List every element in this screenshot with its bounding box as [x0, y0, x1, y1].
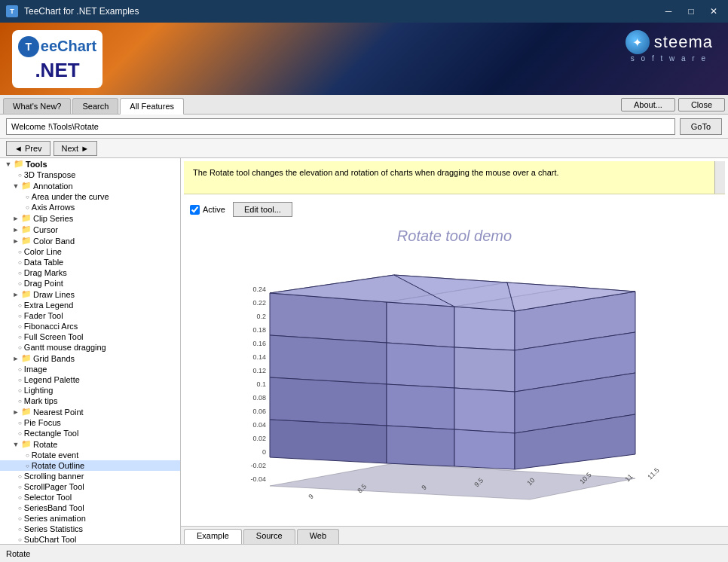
- active-checkbox[interactable]: [190, 205, 200, 215]
- leaf-icon: ○: [18, 366, 22, 373]
- logo: T eeChart . NET: [12, 30, 102, 88]
- window-close-button[interactable]: ✕: [705, 3, 722, 20]
- drawlines-folder-icon: 📁: [21, 289, 32, 299]
- svg-marker-21: [454, 307, 515, 350]
- sidebar-item-3d-transpose[interactable]: ○ 3D Transpose: [0, 170, 180, 180]
- sidebar-item-full-screen-tool[interactable]: ○ Full Screen Tool: [0, 331, 180, 342]
- sidebar-item-draw-lines[interactable]: ► 📁 Draw Lines: [0, 289, 180, 300]
- sidebar-item-rotate-event[interactable]: ○ Rotate event: [0, 450, 180, 460]
- nav-path-input[interactable]: [6, 118, 675, 135]
- sidebar-item-legend-palette[interactable]: ○ Legend Palette: [0, 374, 180, 385]
- svg-text:-0.02: -0.02: [250, 462, 266, 469]
- leaf-icon: ○: [26, 194, 29, 200]
- tabs-bar: What's New? Search All Features About...…: [0, 95, 728, 115]
- tab-web[interactable]: Web: [297, 529, 339, 544]
- nearestpoint-folder-icon: 📁: [21, 407, 32, 417]
- tab-example[interactable]: Example: [184, 529, 242, 544]
- sidebar-item-gantt-mouse[interactable]: ○ Gantt mouse dragging: [0, 342, 180, 353]
- svg-text:0.18: 0.18: [252, 326, 266, 334]
- leaf-icon: ○: [18, 536, 22, 543]
- tree-root[interactable]: ▼ 📁 Tools: [0, 158, 180, 170]
- colorband-folder-icon: 📁: [21, 236, 32, 246]
- colorband-expand-icon: ►: [11, 237, 21, 245]
- sidebar-item-annotation[interactable]: ▼ 📁 Annotation: [0, 180, 180, 191]
- chart-title: Rotate tool demo: [397, 228, 512, 245]
- sidebar-item-color-line[interactable]: ○ Color Line: [0, 246, 180, 257]
- leaf-icon: ○: [18, 334, 22, 341]
- sidebar-item-image[interactable]: ○ Image: [0, 364, 180, 374]
- tab-whats-new[interactable]: What's New?: [3, 98, 71, 114]
- sidebar-item-area-under-curve[interactable]: ○ Area under the curve: [0, 191, 180, 202]
- sidebar-item-scrollpager-tool[interactable]: ○ ScrollPager Tool: [0, 481, 180, 492]
- sidebar-item-pie-focus[interactable]: ○ Pie Focus: [0, 417, 180, 428]
- active-bar: Active Edit tool...: [181, 197, 728, 221]
- sidebar-item-fibonacci-arcs[interactable]: ○ Fibonacci Arcs: [0, 321, 180, 331]
- sidebar-item-rotate-outline[interactable]: ○ Rotate Outline: [0, 460, 180, 471]
- leaf-icon: ○: [18, 344, 22, 351]
- edit-tool-button[interactable]: Edit tool...: [233, 202, 292, 217]
- sidebar-item-subchart-tool[interactable]: ○ SubChart Tool: [0, 534, 180, 544]
- rotate-expand-icon: ▼: [11, 441, 21, 448]
- sidebar-item-rotate[interactable]: ▼ 📁 Rotate: [0, 438, 180, 450]
- sidebar-item-extra-legend[interactable]: ○ Extra Legend: [0, 300, 180, 310]
- chart-svg: 0.24 0.22 0.2 0.18 0.16 0.14 0.12 0.1 0.…: [243, 260, 665, 509]
- leaf-icon: ○: [18, 172, 22, 179]
- leaf-icon: ○: [18, 377, 22, 383]
- leaf-icon: ○: [26, 452, 29, 459]
- minimize-button[interactable]: ─: [660, 3, 677, 20]
- sidebar-item-clip-series[interactable]: ► 📁 Clip Series: [0, 212, 180, 224]
- gridbands-expand-icon: ►: [11, 355, 21, 362]
- bottom-tabs: Example Source Web: [181, 526, 728, 544]
- root-folder-icon: 📁: [14, 159, 24, 169]
- sidebar-item-seriesband-tool[interactable]: ○ SeriesBand Tool: [0, 502, 180, 513]
- status-bar: Rotate: [0, 544, 728, 562]
- sidebar-item-data-table[interactable]: ○ Data Table: [0, 257, 180, 267]
- sidebar-item-selector-tool[interactable]: ○ Selector Tool: [0, 492, 180, 502]
- svg-text:9: 9: [307, 492, 315, 500]
- sidebar-item-rectangle-tool[interactable]: ○ Rectangle Tool: [0, 428, 180, 438]
- nav-bar: GoTo: [0, 115, 728, 139]
- clip-expand-icon: ►: [11, 215, 21, 222]
- logo-tee-text: eeChart: [41, 38, 96, 54]
- sidebar-item-mark-tips[interactable]: ○ Mark tips: [0, 396, 180, 406]
- info-scrollbar[interactable]: [714, 161, 725, 194]
- svg-text:0.02: 0.02: [252, 435, 266, 442]
- sidebar-item-drag-marks[interactable]: ○ Drag Marks: [0, 267, 180, 278]
- sidebar-item-fader-tool[interactable]: ○ Fader Tool: [0, 310, 180, 321]
- tab-search[interactable]: Search: [72, 98, 118, 114]
- svg-text:11: 11: [623, 472, 634, 483]
- sidebar-item-series-statistics[interactable]: ○ Series Statistics: [0, 524, 180, 534]
- header-buttons: About... Close: [621, 98, 725, 114]
- prev-button[interactable]: ◄ Prev: [6, 141, 50, 156]
- sidebar-item-axis-arrows[interactable]: ○ Axis Arrows: [0, 202, 180, 212]
- sidebar-item-lighting[interactable]: ○ Lighting: [0, 385, 180, 396]
- sidebar-item-color-band[interactable]: ► 📁 Color Band: [0, 235, 180, 246]
- sidebar-item-drag-point[interactable]: ○ Drag Point: [0, 278, 180, 289]
- tab-all-features[interactable]: All Features: [120, 98, 184, 115]
- sidebar-item-grid-bands[interactable]: ► 📁 Grid Bands: [0, 353, 180, 364]
- gridbands-folder-icon: 📁: [21, 353, 32, 363]
- leaf-icon: ○: [18, 484, 22, 490]
- leaf-icon: ○: [18, 249, 22, 255]
- about-button[interactable]: About...: [621, 98, 675, 111]
- leaf-icon: ○: [18, 313, 22, 319]
- maximize-button[interactable]: □: [683, 3, 699, 20]
- leaf-icon: ○: [18, 302, 22, 309]
- sidebar-item-series-animation[interactable]: ○ Series animation: [0, 513, 180, 524]
- tab-source[interactable]: Source: [243, 529, 295, 544]
- svg-marker-20: [387, 302, 454, 347]
- leaf-icon: ○: [18, 526, 22, 533]
- sidebar-item-scrolling-banner[interactable]: ○ Scrolling banner: [0, 471, 180, 481]
- svg-marker-29: [454, 388, 515, 433]
- svg-text:0.06: 0.06: [252, 408, 266, 415]
- sidebar-item-nearest-point[interactable]: ► 📁 Nearest Point: [0, 406, 180, 417]
- logo-dot: .: [35, 59, 40, 82]
- active-label[interactable]: Active: [190, 205, 225, 215]
- next-button[interactable]: Next ►: [54, 141, 98, 156]
- sidebar-item-cursor[interactable]: ► 📁 Cursor: [0, 224, 180, 235]
- goto-button[interactable]: GoTo: [680, 118, 722, 135]
- window-title: TeeChart for .NET Examples: [24, 6, 654, 17]
- svg-marker-31: [270, 420, 387, 463]
- close-button[interactable]: Close: [678, 98, 725, 111]
- chart-container: 0.24 0.22 0.2 0.18 0.16 0.14 0.12 0.1 0.…: [187, 248, 722, 520]
